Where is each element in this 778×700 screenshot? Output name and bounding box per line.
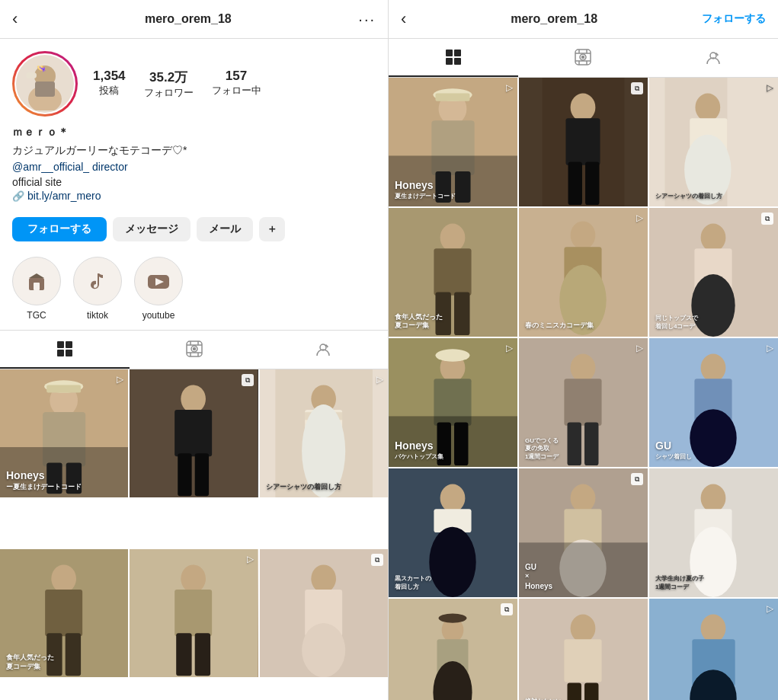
- add-button[interactable]: ＋: [259, 217, 285, 241]
- right-cell-12[interactable]: 大学生向け夏の子 1週間コーデ: [649, 468, 778, 597]
- right-cell-4[interactable]: 食年人気だった 夏コーデ集: [389, 208, 517, 337]
- right-video-9: ▷: [767, 343, 773, 353]
- right-cell3-label: シアーシャツの着回し方: [655, 193, 722, 200]
- highlight-circle-tgc: [12, 257, 61, 305]
- svg-rect-140: [564, 639, 601, 682]
- follow-button[interactable]: フォローする: [12, 217, 107, 241]
- followers-count: 35.2万: [149, 69, 187, 86]
- grid-cell-6[interactable]: ⧉: [260, 549, 388, 677]
- highlight-tiktok[interactable]: tiktok: [73, 257, 122, 321]
- right-tab-tagged[interactable]: [648, 39, 778, 77]
- right-cell-11[interactable]: GU × Honeys ⧉: [519, 468, 648, 597]
- grid-cell-4[interactable]: 食年人気だった 夏コーデ集: [0, 549, 128, 677]
- svg-point-55: [311, 564, 336, 593]
- svg-point-135: [439, 613, 467, 622]
- right-cell-8[interactable]: GUでつくる 夏の免取 1週間コーデ ▷: [519, 338, 648, 467]
- highlight-label-tiktok: tiktok: [87, 310, 108, 321]
- svg-rect-11: [66, 341, 72, 348]
- highlight-tgc[interactable]: TGC: [12, 257, 61, 321]
- right-multi-2: ⧉: [631, 82, 643, 94]
- right-tab-reels[interactable]: [518, 39, 648, 77]
- svg-rect-3: [26, 72, 37, 78]
- grid-cell-2[interactable]: ⧉: [130, 369, 258, 497]
- bio-site-label: official site: [12, 176, 376, 188]
- svg-point-82: [571, 93, 596, 121]
- svg-point-112: [571, 353, 596, 382]
- right-cell-14[interactable]: 絶対かわいい 育の子ウェア 春のデートコード: [519, 599, 648, 700]
- svg-rect-2: [35, 82, 55, 97]
- right-cell-1[interactable]: Honeys 夏生まけデートコード ▷: [389, 78, 517, 206]
- svg-rect-93: [434, 248, 471, 295]
- svg-marker-6: [29, 273, 44, 278]
- svg-point-119: [690, 409, 736, 467]
- avatar-image: 👒: [16, 55, 74, 113]
- right-multi-11: ⧉: [631, 473, 643, 485]
- message-button[interactable]: メッセージ: [113, 217, 190, 241]
- tab-tagged-left[interactable]: [258, 331, 388, 369]
- svg-point-64: [582, 56, 584, 59]
- stat-followers[interactable]: 35.2万 フォロワー: [144, 69, 194, 100]
- right-cell-9[interactable]: GU シャツ着回し ▷: [649, 338, 778, 467]
- right-header-title: mero_orem_18: [511, 12, 597, 26]
- right-cell-10[interactable]: 黒スカートの 着回し方: [389, 468, 517, 597]
- svg-point-101: [701, 223, 726, 251]
- bio-url[interactable]: 🔗 bit.ly/amr_mero: [12, 190, 376, 202]
- link-icon: 🔗: [12, 190, 24, 202]
- url-text[interactable]: bit.ly/amr_mero: [27, 190, 101, 202]
- back-button[interactable]: ‹: [12, 9, 18, 29]
- right-cell-7[interactable]: Honeys バケハトップス集 ▷: [389, 338, 517, 467]
- svg-rect-37: [195, 453, 209, 496]
- svg-point-50: [181, 564, 207, 593]
- svg-point-34: [181, 385, 207, 413]
- left-tabs: [0, 330, 388, 369]
- bio-line2[interactable]: @amr__official_ director: [12, 161, 376, 173]
- highlights-section: TGC tiktok youtube: [0, 251, 388, 330]
- svg-point-16: [193, 348, 195, 350]
- left-panel: ‹ mero_orem_18 ··· 👒 1,354: [0, 0, 389, 700]
- grid-cell-5[interactable]: ▷: [130, 549, 258, 677]
- highlight-label-tgc: TGC: [27, 310, 46, 321]
- tab-reels-left[interactable]: [130, 331, 259, 369]
- svg-rect-61: [454, 58, 461, 65]
- right-cell4-label: 食年人気だった 夏コーデ集: [395, 313, 443, 331]
- svg-point-139: [571, 614, 596, 642]
- right-cell1-label: Honeys 夏生まけデートコード: [395, 178, 456, 200]
- right-follow-button[interactable]: フォローする: [702, 12, 766, 26]
- grid-cell-3[interactable]: シアーシャツの着回し方 ▷: [260, 369, 388, 497]
- mail-button[interactable]: メール: [197, 217, 253, 241]
- highlight-label-youtube: youtube: [142, 310, 175, 321]
- right-video-3: ▷: [767, 82, 773, 93]
- avatar[interactable]: 👒: [12, 51, 78, 117]
- more-button[interactable]: ···: [358, 11, 376, 28]
- svg-point-57: [302, 623, 345, 677]
- highlight-youtube[interactable]: youtube: [134, 257, 183, 321]
- cell4-label: 食年人気だった 夏コーデ集: [6, 654, 54, 671]
- grid-cell-1[interactable]: Honeys ー夏生まけデートコード ▷: [0, 369, 128, 497]
- right-cell-15[interactable]: GU シャツ着回し方 ▷: [649, 599, 778, 700]
- right-panel: ‹ mero_orem_18 フォローする: [389, 0, 778, 700]
- left-grid: Honeys ー夏生まけデートコード ▷ ⧉: [0, 369, 388, 700]
- right-cell-2[interactable]: ⧉: [519, 78, 648, 206]
- posts-label: 投稿: [99, 84, 119, 97]
- svg-rect-115: [584, 423, 598, 465]
- right-back-button[interactable]: ‹: [401, 9, 406, 29]
- right-cell-6[interactable]: 同じトップスで 着回し4コーデ ⧉: [649, 208, 778, 337]
- svg-rect-53: [195, 633, 210, 676]
- right-cell-5[interactable]: 春のミニスカコーデ集 ▷: [519, 208, 648, 337]
- right-tab-grid[interactable]: [389, 39, 518, 77]
- svg-rect-12: [57, 350, 64, 356]
- svg-rect-51: [174, 590, 212, 636]
- right-video-8: ▷: [636, 343, 643, 353]
- stat-posts[interactable]: 1,354 投稿: [93, 69, 126, 100]
- right-cell-3[interactable]: シアーシャツの着回し方 ▷: [649, 78, 778, 206]
- right-cell-13[interactable]: ⧉: [389, 599, 517, 700]
- right-cell12-label: 大学生向け夏の子 1週間コーデ: [655, 575, 704, 591]
- tab-grid-left[interactable]: [0, 331, 130, 369]
- svg-point-130: [701, 484, 726, 512]
- svg-point-97: [571, 221, 596, 249]
- svg-text:👒: 👒: [37, 63, 46, 73]
- stat-following[interactable]: 157 フォロー中: [212, 69, 261, 100]
- video-icon-1: ▷: [117, 374, 123, 385]
- right-video-7: ▷: [506, 343, 513, 353]
- following-count: 157: [226, 69, 247, 84]
